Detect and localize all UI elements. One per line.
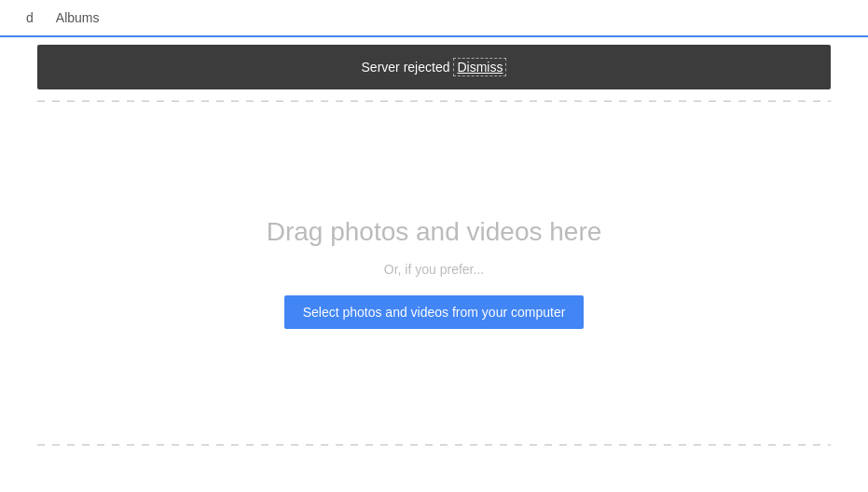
error-message: Server rejected — [362, 60, 450, 75]
error-banner: Server rejected Dismiss — [37, 45, 831, 89]
select-files-button[interactable]: Select photos and videos from your compu… — [284, 295, 585, 329]
nav-tab-upload-label: d — [26, 10, 34, 25]
drop-zone-wrapper: Drag photos and videos here Or, if you p… — [37, 101, 831, 445]
drag-title: Drag photos and videos here — [267, 217, 602, 247]
nav-tab-albums[interactable]: Albums — [45, 0, 111, 36]
top-nav: d Albums — [0, 0, 868, 37]
dismiss-button[interactable]: Dismiss — [453, 58, 506, 76]
nav-tab-albums-label: Albums — [56, 10, 100, 25]
drop-zone[interactable]: Drag photos and videos here Or, if you p… — [37, 101, 831, 445]
nav-tab-upload[interactable]: d — [15, 0, 45, 36]
drag-subtitle: Or, if you prefer... — [384, 262, 484, 277]
